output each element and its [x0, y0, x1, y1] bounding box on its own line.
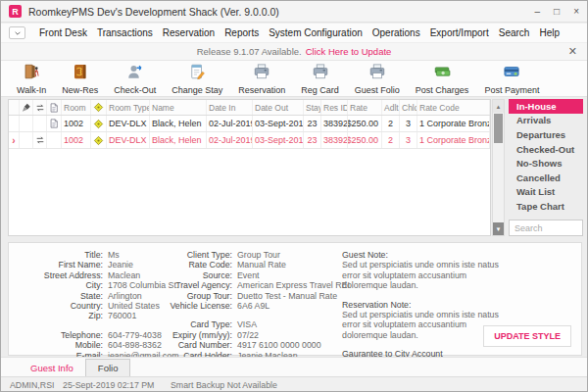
post-payment-button[interactable]: Post Payment [478, 62, 545, 95]
menu-reservation[interactable]: Reservation [158, 27, 220, 38]
guest-folio-button[interactable]: Guest Folio [349, 62, 406, 95]
street-address-value: Maclean [108, 270, 140, 280]
guest-info-panel: Title:Ms First Name:Jeanie Street Addres… [8, 242, 582, 356]
col-header-date-out[interactable]: Date Out [253, 100, 304, 115]
swap-icon[interactable] [33, 132, 47, 148]
cell-rate: $250.00 [348, 116, 382, 131]
reg-card-button[interactable]: Reg Card [295, 62, 345, 95]
menu-reports[interactable]: Reports [220, 27, 264, 38]
col-header-res-id[interactable]: Res ID [321, 100, 348, 115]
col-header-rate[interactable]: Rate [348, 100, 382, 115]
menu-system-configuration[interactable]: System Configuration [264, 27, 368, 38]
menu-transactions[interactable]: Transactions [92, 27, 158, 38]
cell-room: 1002 [62, 116, 91, 131]
tool-label: Check-Out [114, 85, 156, 95]
cash-icon [433, 63, 451, 84]
field-label: Card Type: [158, 319, 232, 329]
status-bar: ADMIN,RSI 25-Sept-2019 02:17 PM Smart Ba… [1, 376, 587, 392]
update-notification-text: Release 9.1.07 Available. [197, 46, 302, 57]
notification-close-icon[interactable]: ✕ [568, 45, 577, 58]
cell-date-out: 03-Sept-2019 [253, 132, 304, 148]
sidebar-item-in-house[interactable]: In-House [509, 99, 583, 114]
field-label: Vehicle License: [158, 301, 232, 311]
col-header-rate-code[interactable]: Rate Code [417, 100, 490, 115]
search-input[interactable] [509, 220, 583, 236]
tool-label: Guest Folio [355, 85, 400, 95]
cell-res-id: 38392 [321, 116, 348, 131]
sidebar-item-arrivals[interactable]: Arrivals [509, 114, 583, 128]
field-label: Card Number: [158, 340, 232, 350]
sidebar-item-cancelled[interactable]: Cancelled [509, 171, 583, 185]
cell-date-in: 02-Jul-2019 [207, 116, 253, 131]
housekeeping-sweep-icon [20, 100, 33, 115]
toolbar: Walk-In New-Res Check-Out Change Stay Re… [1, 61, 587, 97]
chevron-down-icon[interactable] [9, 26, 25, 39]
table-row[interactable]: 1002 DEV-DLX Black, Helen 02-Jul-2019 03… [9, 116, 490, 132]
card-expiry-value: 07/22 [237, 330, 259, 340]
sidebar-item-wait-list[interactable]: Wait List [509, 185, 583, 200]
note-icon[interactable] [47, 116, 62, 131]
scroll-up-icon[interactable]: ▲ [493, 100, 504, 113]
scrollbar-thumb[interactable] [494, 114, 503, 143]
col-header-date-in[interactable]: Date In [207, 100, 253, 115]
printer-icon [368, 63, 386, 84]
tool-label: Reg Card [301, 85, 339, 95]
change-stay-button[interactable]: Change Stay [166, 62, 228, 95]
cell-rate-code: 1 Corporate Bronze [417, 116, 490, 131]
scroll-down-icon[interactable]: ▼ [493, 222, 504, 235]
tool-label: Post Charges [416, 85, 469, 95]
sidebar-item-departures[interactable]: Departures [509, 127, 583, 142]
group-tour-value: Duetto Test - Manual Rate [237, 291, 337, 301]
post-charges-button[interactable]: Post Charges [410, 62, 475, 95]
person-arrow-icon [126, 63, 144, 84]
vehicle-license-value: 6A6 A9L [237, 301, 270, 311]
col-header-stay[interactable]: Stay [304, 100, 321, 115]
update-link[interactable]: Click Here to Update [306, 46, 392, 57]
new-res-button[interactable]: New-Res [56, 62, 104, 95]
menu-front-desk[interactable]: Front Desk [34, 27, 92, 38]
menu-operations[interactable]: Operations [368, 27, 425, 38]
reservations-table: Room Room Type Name Date In Date Out Sta… [8, 99, 491, 236]
col-header-name[interactable]: Name [150, 100, 207, 115]
cell-name: Black, Helen [150, 132, 207, 148]
reservation-print-button[interactable]: Reservation [232, 62, 291, 95]
printer-icon [312, 63, 329, 84]
menu-export-import[interactable]: Export/Import [425, 27, 494, 38]
status-user: ADMIN,RSI [10, 380, 55, 390]
sidebar-item-checked-out[interactable]: Checked-Out [509, 142, 583, 157]
field-label: Group Tour: [158, 291, 232, 301]
room-status-diamond-icon [91, 116, 107, 131]
cell-stay: 23 [304, 116, 321, 131]
view-filter-sidebar: In-House Arrivals Departures Checked-Out… [509, 99, 583, 236]
field-label: Rate Code: [158, 260, 232, 270]
col-header-adlt[interactable]: Adlt [382, 100, 400, 115]
tab-folio[interactable]: Folio [85, 359, 131, 376]
country-value: United States [108, 301, 160, 311]
field-label: Travel Agency: [158, 280, 232, 290]
swap-icon [33, 100, 47, 115]
credit-card-icon [503, 63, 520, 84]
selected-row-indicator-icon: › [9, 132, 20, 148]
field-label: Mobile: [19, 340, 103, 350]
maximize-icon[interactable]: □ [554, 1, 560, 23]
col-header-room[interactable]: Room [62, 100, 91, 115]
field-label: Street Address: [19, 270, 103, 280]
sidebar-item-tape-chart[interactable]: Tape Chart [509, 199, 583, 214]
field-label: First Name: [19, 260, 103, 270]
close-icon[interactable]: × [573, 1, 579, 23]
sidebar-item-no-shows[interactable]: No-Shows [509, 156, 583, 171]
tab-guest-info[interactable]: Guest Info [19, 359, 85, 376]
walk-in-door-icon [23, 63, 40, 84]
grid-scrollbar[interactable]: ▲ ▼ [492, 99, 505, 236]
col-header-room-type[interactable]: Room Type [107, 100, 150, 115]
title-value: Ms [108, 250, 120, 260]
table-row-selected[interactable]: › 1002 DEV-DLX Black, Helen 02-Jul-2019 … [9, 132, 490, 149]
menu-search[interactable]: Search [494, 27, 535, 38]
cell-rate: $250.00 [348, 132, 382, 148]
check-out-button[interactable]: Check-Out [108, 62, 162, 95]
col-header-chld[interactable]: Chld [400, 100, 417, 115]
walk-in-button[interactable]: Walk-In [11, 62, 52, 95]
menu-help[interactable]: Help [534, 27, 564, 38]
update-style-button[interactable]: UPDATE STYLE [483, 325, 571, 347]
minimize-icon[interactable]: – [535, 1, 541, 23]
